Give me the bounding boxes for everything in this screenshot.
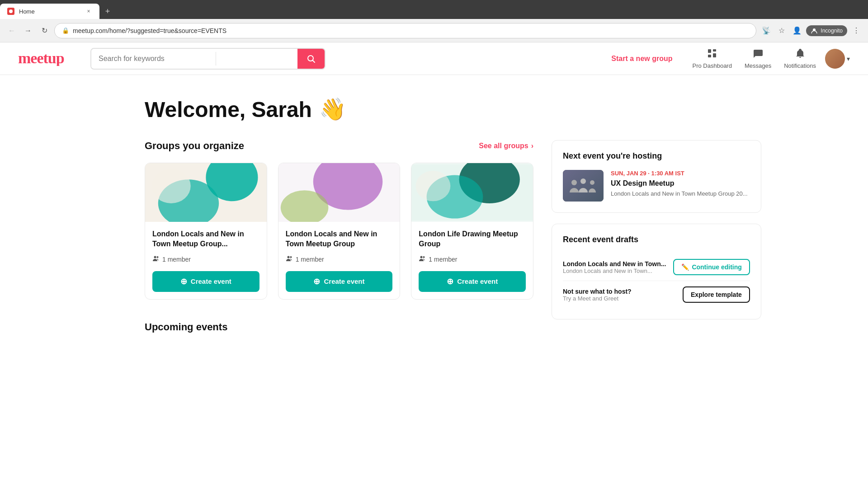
see-all-groups-label: See all groups [479,142,528,150]
next-event-image [563,170,604,202]
notifications-label: Notifications [784,62,816,69]
search-input[interactable] [91,50,216,67]
header-nav: Pro Dashboard Messages Notifications [692,48,816,69]
groups-section-header: Groups you organize See all groups › [145,140,533,152]
svg-point-33 [590,180,594,185]
bookmark-icon[interactable]: ☆ [775,24,788,37]
tab-favicon [7,8,14,15]
group-card-members-3: 1 member [419,255,526,264]
group-card-1[interactable]: London Locals and New in Town Meetup Gro… [145,163,267,300]
next-event-section: Next event you're hosting [552,140,761,213]
create-event-icon-3: ⊕ [447,277,453,286]
pro-dashboard-label: Pro Dashboard [692,62,731,69]
welcome-heading: Welcome, Sarah 👋 [145,97,723,122]
group-card-body-1: London Locals and New in Town Meetup Gro… [145,222,267,299]
create-event-btn-2[interactable]: ⊕ Create event [286,271,393,292]
create-event-label-1: Create event [191,277,231,285]
draft-template-item: Not sure what to host? Try a Meet and Gr… [563,281,750,308]
site-header: meetup London, GB Start a new group [0,42,868,75]
menu-icon[interactable]: ⋮ [850,24,863,37]
start-group-button[interactable]: Start a new group [611,55,672,63]
template-subtitle: Try a Meet and Greet [563,295,675,302]
next-event-group: London Locals and New in Town Meetup Gro… [611,190,750,197]
recent-drafts-title: Recent event drafts [563,235,750,244]
create-event-label-3: Create event [457,277,498,285]
group-card-members-count-3: 1 member [429,256,457,263]
explore-template-label: Explore template [691,291,742,298]
continue-editing-button[interactable]: ✏️ Continue editing [673,259,750,275]
groups-section-title: Groups you organize [145,140,244,152]
incognito-button[interactable]: Incognito [806,25,847,36]
next-event[interactable]: SUN, JAN 29 · 1:30 AM IST UX Design Meet… [563,170,750,202]
upcoming-section-title: Upcoming events [145,321,533,333]
group-card-members-count-1: 1 member [162,256,191,263]
svg-rect-30 [563,170,604,202]
next-event-details: SUN, JAN 29 · 1:30 AM IST UX Design Meet… [611,170,750,197]
create-event-icon-2: ⊕ [313,277,320,286]
explore-template-button[interactable]: Explore template [683,286,750,303]
see-all-chevron-icon: › [531,142,533,150]
location-input[interactable]: London, GB [216,50,297,67]
group-card-members-1: 1 member [152,255,259,264]
cast-icon[interactable]: 📡 [760,24,773,37]
user-avatar-dropdown[interactable]: ▾ [825,49,850,69]
reload-button[interactable]: ↻ [38,24,51,37]
draft-subtitle-1: London Locals and New in Town... [563,267,666,274]
group-card-image-3 [411,163,533,222]
new-tab-button[interactable]: + [101,5,114,18]
address-bar[interactable]: 🔒 meetup.com/home/?suggested=true&source… [54,23,756,38]
svg-point-0 [9,9,13,13]
group-card-image-2 [278,163,400,222]
app: meetup London, GB Start a new group [0,42,868,366]
messages-nav[interactable]: Messages [745,48,771,69]
welcome-text: Welcome, Sarah [145,97,312,122]
active-tab[interactable]: Home × [0,4,99,19]
search-bar: London, GB [90,48,326,70]
svg-rect-6 [713,53,716,57]
svg-rect-5 [713,49,716,52]
content-layout: Groups you organize See all groups › [145,140,723,344]
sidebar-column: Next event you're hosting [552,140,761,344]
back-button[interactable]: ← [5,24,18,37]
svg-point-13 [154,256,156,258]
svg-point-31 [571,180,577,185]
group-card-3[interactable]: London Life Drawing Meetup Group 1 membe… [411,163,533,300]
lock-icon: 🔒 [62,27,69,34]
notifications-nav[interactable]: Notifications [784,48,816,69]
svg-point-20 [287,256,289,258]
next-event-date: SUN, JAN 29 · 1:30 AM IST [611,170,750,177]
profile-icon[interactable]: 👤 [791,24,803,37]
browser-actions: 📡 ☆ 👤 Incognito ⋮ [760,24,863,37]
draft-item-1: London Locals and New in Town... London … [563,253,750,281]
messages-icon [753,48,764,61]
forward-button[interactable]: → [22,24,34,37]
template-title: Not sure what to host? [563,288,675,295]
group-card-2[interactable]: London Locals and New in Town Meetup Gro… [278,163,401,300]
pro-dashboard-nav[interactable]: Pro Dashboard [692,48,731,69]
members-icon-1 [152,255,160,264]
groups-column: Groups you organize See all groups › [145,140,533,344]
main-content: Welcome, Sarah 👋 Groups you organize See… [118,75,750,366]
recent-drafts-section: Recent event drafts London Locals and Ne… [552,224,761,319]
avatar-chevron-icon: ▾ [847,55,850,62]
create-event-btn-3[interactable]: ⊕ Create event [419,271,526,292]
group-card-name-2: London Locals and New in Town Meetup Gro… [286,229,393,249]
search-button[interactable] [297,49,325,69]
create-event-icon-1: ⊕ [180,277,187,286]
url-text: meetup.com/home/?suggested=true&source=E… [73,27,749,34]
group-card-body-3: London Life Drawing Meetup Group 1 membe… [411,222,533,299]
group-card-name-3: London Life Drawing Meetup Group [419,229,526,249]
svg-point-32 [580,178,586,184]
logo[interactable]: meetup [18,48,72,70]
draft-title-1: London Locals and New in Town... [563,260,666,267]
logo-text: meetup [18,48,72,70]
create-event-btn-1[interactable]: ⊕ Create event [152,271,259,292]
template-info: Not sure what to host? Try a Meet and Gr… [563,288,675,302]
svg-rect-4 [708,49,711,53]
tab-close-button[interactable]: × [85,8,92,15]
members-icon-3 [419,255,426,264]
see-all-groups-link[interactable]: See all groups › [479,142,533,150]
notifications-icon [795,48,806,61]
members-icon-2 [286,255,293,264]
svg-point-28 [423,256,425,258]
